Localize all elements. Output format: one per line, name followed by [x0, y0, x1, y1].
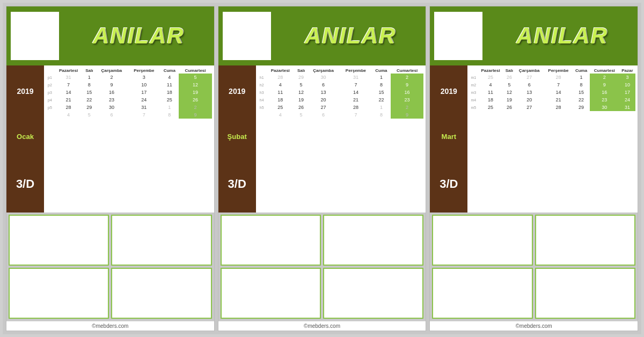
table-row: p2 7 8 9 10 11 12 — [46, 81, 212, 89]
day: 13 — [515, 89, 544, 96]
col-cmt: Cumartesi — [179, 68, 211, 74]
day: 25 — [160, 96, 179, 104]
grid-ocak: Pazartesi Salı Çarşamba Perşembe Cuma Cu… — [44, 65, 214, 213]
col-pzt: Pazartesi — [477, 68, 504, 74]
table-row: p5 28 29 30 31 1 2 — [46, 104, 212, 111]
table-row: 4 5 6 7 8 9 — [258, 111, 424, 119]
year-subat: 2019 — [229, 87, 245, 96]
col-cum: Cuma — [573, 68, 589, 74]
day: 28 — [266, 74, 295, 81]
day: 5 — [295, 111, 307, 119]
day: 25 — [477, 74, 504, 81]
day: 19 — [179, 89, 211, 96]
day: 26 — [179, 96, 211, 104]
day: 8 — [83, 81, 95, 89]
day: 26 — [504, 74, 515, 81]
col-per: Perşembe — [128, 68, 160, 74]
day: 17 — [128, 89, 160, 96]
class-subat: 3/D — [228, 177, 246, 191]
day: 4 — [266, 81, 295, 89]
day: 22 — [372, 96, 391, 104]
day: 13 — [307, 89, 340, 96]
day: 6 — [515, 81, 544, 89]
anilar-text-subat: ANILAR — [305, 23, 397, 49]
photos-ocak — [6, 213, 214, 321]
table-row: h2 4 5 6 7 8 9 — [258, 81, 424, 89]
photo-box-header-mart — [434, 12, 482, 60]
day: 4 — [477, 81, 504, 89]
photo-3 — [432, 268, 532, 319]
table-row: m5 25 26 27 28 29 30 31 — [470, 104, 635, 111]
panel-ocak: ANILAR 2019 Ocak 3/D Pazartesi Salı Çarş… — [6, 6, 215, 331]
day: 1 — [160, 104, 179, 111]
photo-2 — [111, 215, 211, 266]
info-row-ocak: 2019 Ocak 3/D Pazartesi Salı Çarşamba Pe… — [6, 65, 214, 213]
class-ocak: 3/D — [16, 177, 34, 191]
day: 6 — [307, 81, 340, 89]
day: 8 — [372, 81, 391, 89]
day: 5 — [504, 81, 515, 89]
wn: p4 — [46, 96, 54, 104]
photo-3 — [9, 268, 109, 319]
day: 3 — [619, 74, 635, 81]
col-wn — [470, 68, 477, 74]
photo-box-header-ocak — [11, 12, 59, 60]
day: 11 — [160, 81, 179, 89]
day: 22 — [83, 96, 95, 104]
day: 30 — [96, 104, 128, 111]
day: 24 — [128, 96, 160, 104]
grid-subat: Pazartesi Salı Çarşamba Perşembe Cuma Cu… — [256, 65, 426, 213]
day: 18 — [266, 96, 295, 104]
day: 7 — [54, 81, 83, 89]
day: 31 — [340, 74, 372, 81]
footer-ocak: ©mebders.com — [6, 321, 214, 331]
day: 12 — [504, 89, 515, 96]
day: 23 — [590, 96, 619, 104]
day: 19 — [504, 96, 515, 104]
day: 10 — [128, 81, 160, 89]
day: 25 — [477, 104, 504, 111]
table-row: m1 25 26 27 28 1 2 3 — [470, 74, 635, 81]
wn: p2 — [46, 81, 54, 89]
day: 9 — [96, 81, 128, 89]
day: 9 — [179, 111, 211, 119]
day: 2 — [590, 74, 619, 81]
info-row-subat: 2019 Şubat 3/D Pazartesi Salı Çarşamba P… — [218, 65, 426, 213]
col-cmt: Cumartesi — [391, 68, 423, 74]
photo-row-1 — [9, 215, 212, 266]
day: 8 — [160, 111, 179, 119]
month-subat: Şubat — [228, 133, 247, 141]
wn: m3 — [470, 89, 477, 96]
day: 18 — [477, 96, 504, 104]
day: 5 — [179, 74, 211, 81]
photo-4 — [111, 268, 211, 319]
col-per: Perşembe — [340, 68, 372, 74]
photo-row-2 — [432, 268, 635, 319]
info-left-ocak: 2019 Ocak 3/D — [6, 65, 44, 213]
wn: m4 — [470, 96, 477, 104]
table-row: m4 18 19 20 21 22 23 24 — [470, 96, 635, 104]
day: 23 — [391, 96, 423, 104]
wn: m5 — [470, 104, 477, 111]
day: 4 — [160, 74, 179, 81]
day: 4 — [54, 111, 83, 119]
col-pzt: Pazartesi — [266, 68, 295, 74]
col-wn — [46, 68, 54, 74]
wn — [258, 111, 266, 119]
info-row-mart: 2019 Mart 3/D Pazartesi Salı Çarşamba Pe… — [430, 65, 638, 213]
day: 20 — [515, 96, 544, 104]
title-mart: ANILAR — [487, 6, 638, 65]
footer-mart: ©mebders.com — [430, 321, 638, 331]
table-row: m2 4 5 6 7 8 9 10 — [470, 81, 635, 89]
day: 3 — [128, 74, 160, 81]
table-row: m3 11 12 13 14 15 16 17 — [470, 89, 635, 96]
day: 27 — [307, 104, 340, 111]
panel-subat: ANILAR 2019 Şubat 3/D Pazartesi Salı Çar… — [218, 6, 427, 331]
photo-1 — [9, 215, 109, 266]
header-ocak: ANILAR — [6, 6, 214, 65]
day: 14 — [54, 89, 83, 96]
title-ocak: ANILAR — [63, 6, 214, 65]
col-sal: Salı — [504, 68, 515, 74]
day: 15 — [573, 89, 589, 96]
col-per: Perşembe — [544, 68, 573, 74]
